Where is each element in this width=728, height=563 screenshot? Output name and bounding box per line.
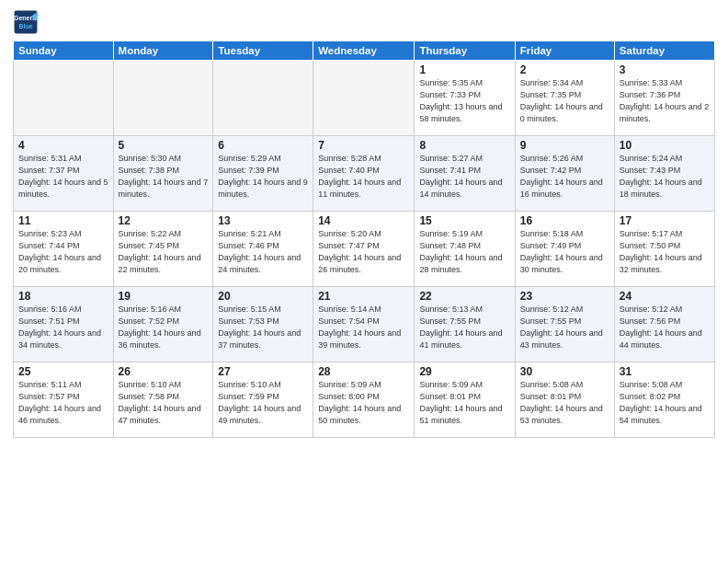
calendar-cell bbox=[213, 61, 313, 136]
day-info: Sunrise: 5:17 AMSunset: 7:50 PMDaylight:… bbox=[620, 228, 710, 276]
calendar-cell: 1Sunrise: 5:35 AMSunset: 7:33 PMDaylight… bbox=[415, 61, 515, 136]
calendar-cell: 24Sunrise: 5:12 AMSunset: 7:56 PMDayligh… bbox=[614, 287, 714, 362]
day-number: 29 bbox=[419, 365, 509, 378]
day-number: 26 bbox=[119, 365, 209, 378]
day-number: 14 bbox=[318, 214, 409, 227]
day-number: 8 bbox=[419, 139, 509, 152]
day-number: 6 bbox=[218, 139, 308, 152]
svg-text:Blue: Blue bbox=[18, 23, 32, 29]
week-row-3: 11Sunrise: 5:23 AMSunset: 7:44 PMDayligh… bbox=[14, 212, 715, 287]
day-number: 20 bbox=[218, 290, 308, 303]
day-info: Sunrise: 5:10 AMSunset: 7:58 PMDaylight:… bbox=[119, 379, 209, 427]
calendar-cell: 30Sunrise: 5:08 AMSunset: 8:01 PMDayligh… bbox=[515, 362, 614, 438]
day-info: Sunrise: 5:27 AMSunset: 7:41 PMDaylight:… bbox=[419, 153, 509, 201]
day-number: 10 bbox=[620, 139, 710, 152]
day-info: Sunrise: 5:08 AMSunset: 8:01 PMDaylight:… bbox=[520, 379, 609, 427]
logo-icon: General Blue bbox=[13, 9, 39, 35]
day-number: 9 bbox=[520, 139, 609, 152]
calendar-cell: 9Sunrise: 5:26 AMSunset: 7:42 PMDaylight… bbox=[515, 136, 614, 212]
weekday-header-tuesday: Tuesday bbox=[213, 41, 313, 61]
day-info: Sunrise: 5:20 AMSunset: 7:47 PMDaylight:… bbox=[318, 228, 409, 276]
day-info: Sunrise: 5:30 AMSunset: 7:38 PMDaylight:… bbox=[119, 153, 209, 201]
week-row-2: 4Sunrise: 5:31 AMSunset: 7:37 PMDaylight… bbox=[14, 136, 715, 212]
day-number: 7 bbox=[318, 139, 409, 152]
day-number: 31 bbox=[620, 365, 710, 378]
day-info: Sunrise: 5:09 AMSunset: 8:00 PMDaylight:… bbox=[318, 379, 409, 427]
day-number: 17 bbox=[620, 214, 710, 227]
calendar-cell: 14Sunrise: 5:20 AMSunset: 7:47 PMDayligh… bbox=[313, 212, 415, 287]
day-info: Sunrise: 5:26 AMSunset: 7:42 PMDaylight:… bbox=[520, 153, 609, 201]
day-number: 22 bbox=[419, 290, 509, 303]
calendar-cell bbox=[313, 61, 415, 136]
day-info: Sunrise: 5:09 AMSunset: 8:01 PMDaylight:… bbox=[419, 379, 509, 427]
calendar-cell: 17Sunrise: 5:17 AMSunset: 7:50 PMDayligh… bbox=[614, 212, 714, 287]
calendar-cell: 20Sunrise: 5:15 AMSunset: 7:53 PMDayligh… bbox=[213, 287, 313, 362]
calendar-cell: 3Sunrise: 5:33 AMSunset: 7:36 PMDaylight… bbox=[614, 61, 714, 136]
day-number: 3 bbox=[620, 63, 710, 76]
logo: General Blue bbox=[13, 9, 39, 35]
calendar-cell: 18Sunrise: 5:16 AMSunset: 7:51 PMDayligh… bbox=[14, 287, 114, 362]
day-info: Sunrise: 5:24 AMSunset: 7:43 PMDaylight:… bbox=[620, 153, 710, 201]
day-info: Sunrise: 5:10 AMSunset: 7:59 PMDaylight:… bbox=[218, 379, 308, 427]
day-number: 23 bbox=[520, 290, 609, 303]
day-number: 1 bbox=[419, 63, 509, 76]
day-number: 13 bbox=[218, 214, 308, 227]
calendar: SundayMondayTuesdayWednesdayThursdayFrid… bbox=[13, 40, 715, 438]
weekday-header-saturday: Saturday bbox=[614, 41, 714, 61]
header: General Blue bbox=[13, 9, 715, 35]
week-row-1: 1Sunrise: 5:35 AMSunset: 7:33 PMDaylight… bbox=[14, 61, 715, 136]
calendar-cell: 11Sunrise: 5:23 AMSunset: 7:44 PMDayligh… bbox=[14, 212, 114, 287]
day-info: Sunrise: 5:08 AMSunset: 8:02 PMDaylight:… bbox=[620, 379, 710, 427]
day-number: 18 bbox=[18, 290, 108, 303]
day-number: 2 bbox=[520, 63, 609, 76]
day-info: Sunrise: 5:33 AMSunset: 7:36 PMDaylight:… bbox=[620, 77, 710, 125]
calendar-cell: 31Sunrise: 5:08 AMSunset: 8:02 PMDayligh… bbox=[614, 362, 714, 438]
calendar-cell: 5Sunrise: 5:30 AMSunset: 7:38 PMDaylight… bbox=[113, 136, 213, 212]
day-info: Sunrise: 5:16 AMSunset: 7:52 PMDaylight:… bbox=[119, 304, 209, 351]
calendar-cell: 6Sunrise: 5:29 AMSunset: 7:39 PMDaylight… bbox=[213, 136, 313, 212]
calendar-cell: 22Sunrise: 5:13 AMSunset: 7:55 PMDayligh… bbox=[415, 287, 515, 362]
calendar-cell: 21Sunrise: 5:14 AMSunset: 7:54 PMDayligh… bbox=[313, 287, 415, 362]
calendar-cell: 26Sunrise: 5:10 AMSunset: 7:58 PMDayligh… bbox=[113, 362, 213, 438]
calendar-cell: 19Sunrise: 5:16 AMSunset: 7:52 PMDayligh… bbox=[113, 287, 213, 362]
page: General Blue SundayMondayTuesdayWednesda… bbox=[0, 0, 728, 563]
day-number: 4 bbox=[18, 139, 108, 152]
weekday-header-thursday: Thursday bbox=[415, 41, 515, 61]
day-number: 16 bbox=[520, 214, 609, 227]
calendar-cell: 10Sunrise: 5:24 AMSunset: 7:43 PMDayligh… bbox=[614, 136, 714, 212]
day-info: Sunrise: 5:15 AMSunset: 7:53 PMDaylight:… bbox=[218, 304, 308, 351]
calendar-cell bbox=[113, 61, 213, 136]
calendar-cell: 12Sunrise: 5:22 AMSunset: 7:45 PMDayligh… bbox=[113, 212, 213, 287]
weekday-header-row: SundayMondayTuesdayWednesdayThursdayFrid… bbox=[14, 41, 715, 61]
day-info: Sunrise: 5:14 AMSunset: 7:54 PMDaylight:… bbox=[318, 304, 409, 351]
day-info: Sunrise: 5:13 AMSunset: 7:55 PMDaylight:… bbox=[419, 304, 509, 351]
calendar-cell bbox=[14, 61, 114, 136]
day-info: Sunrise: 5:16 AMSunset: 7:51 PMDaylight:… bbox=[18, 304, 108, 351]
calendar-cell: 29Sunrise: 5:09 AMSunset: 8:01 PMDayligh… bbox=[415, 362, 515, 438]
svg-rect-0 bbox=[15, 11, 38, 34]
calendar-cell: 13Sunrise: 5:21 AMSunset: 7:46 PMDayligh… bbox=[213, 212, 313, 287]
day-info: Sunrise: 5:29 AMSunset: 7:39 PMDaylight:… bbox=[218, 153, 308, 201]
calendar-cell: 25Sunrise: 5:11 AMSunset: 7:57 PMDayligh… bbox=[14, 362, 114, 438]
calendar-cell: 4Sunrise: 5:31 AMSunset: 7:37 PMDaylight… bbox=[14, 136, 114, 212]
day-info: Sunrise: 5:12 AMSunset: 7:55 PMDaylight:… bbox=[520, 304, 609, 351]
day-number: 28 bbox=[318, 365, 409, 378]
day-number: 15 bbox=[419, 214, 509, 227]
calendar-cell: 2Sunrise: 5:34 AMSunset: 7:35 PMDaylight… bbox=[515, 61, 614, 136]
week-row-5: 25Sunrise: 5:11 AMSunset: 7:57 PMDayligh… bbox=[14, 362, 715, 438]
day-number: 27 bbox=[218, 365, 308, 378]
calendar-cell: 27Sunrise: 5:10 AMSunset: 7:59 PMDayligh… bbox=[213, 362, 313, 438]
day-info: Sunrise: 5:18 AMSunset: 7:49 PMDaylight:… bbox=[520, 228, 609, 276]
day-info: Sunrise: 5:31 AMSunset: 7:37 PMDaylight:… bbox=[18, 153, 108, 201]
weekday-header-sunday: Sunday bbox=[14, 41, 114, 61]
day-number: 12 bbox=[119, 214, 209, 227]
calendar-cell: 8Sunrise: 5:27 AMSunset: 7:41 PMDaylight… bbox=[415, 136, 515, 212]
day-info: Sunrise: 5:28 AMSunset: 7:40 PMDaylight:… bbox=[318, 153, 409, 201]
calendar-cell: 23Sunrise: 5:12 AMSunset: 7:55 PMDayligh… bbox=[515, 287, 614, 362]
day-number: 24 bbox=[620, 290, 710, 303]
day-info: Sunrise: 5:22 AMSunset: 7:45 PMDaylight:… bbox=[119, 228, 209, 276]
day-number: 21 bbox=[318, 290, 409, 303]
day-info: Sunrise: 5:34 AMSunset: 7:35 PMDaylight:… bbox=[520, 77, 609, 125]
weekday-header-monday: Monday bbox=[113, 41, 213, 61]
calendar-cell: 16Sunrise: 5:18 AMSunset: 7:49 PMDayligh… bbox=[515, 212, 614, 287]
